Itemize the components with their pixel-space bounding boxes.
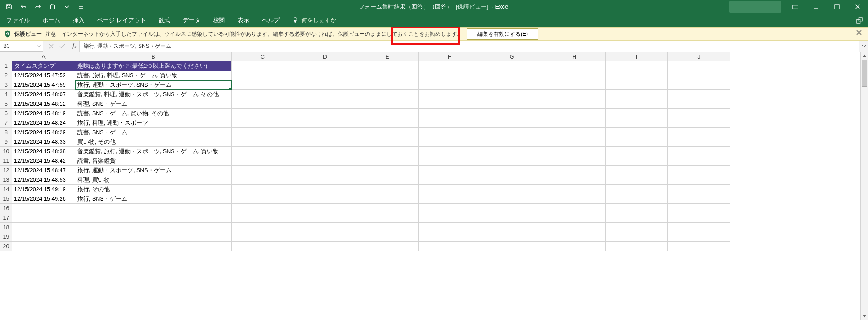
cell-D1[interactable] [294,61,356,71]
cell-B3[interactable]: 旅行, 運動・スポーツ, SNS・ゲーム [75,80,232,90]
cell-G14[interactable] [481,185,543,194]
cell-E5[interactable] [356,99,419,109]
row-header-4[interactable]: 4 [0,90,12,99]
cell-A14[interactable]: 12/15/2024 15:49:19 [12,185,75,194]
cell-G15[interactable] [481,194,543,204]
row-header-2[interactable]: 2 [0,71,12,80]
cell-H3[interactable] [543,80,606,90]
select-all-corner[interactable] [0,52,12,61]
cell-E2[interactable] [356,71,419,80]
cell-C19[interactable] [232,232,294,242]
cell-B8[interactable]: 読書, SNS・ゲーム [75,128,232,137]
column-header-D[interactable]: D [294,52,356,61]
tab-ホーム[interactable]: ホーム [36,14,66,27]
cell-C4[interactable] [232,90,294,99]
cell-E15[interactable] [356,194,419,204]
cell-C2[interactable] [232,71,294,80]
cell-G18[interactable] [481,223,543,232]
cell-D16[interactable] [294,204,356,213]
cell-C17[interactable] [232,213,294,223]
cell-F17[interactable] [419,213,481,223]
cell-C1[interactable] [232,61,294,71]
maximize-icon[interactable] [826,0,847,14]
row-header-17[interactable]: 17 [0,213,12,223]
name-box[interactable]: B3 [0,41,43,52]
cell-D19[interactable] [294,232,356,242]
cell-D17[interactable] [294,213,356,223]
tab-校閲[interactable]: 校閲 [207,14,231,27]
cell-J3[interactable] [668,80,730,90]
cell-F11[interactable] [419,156,481,166]
column-header-F[interactable]: F [419,52,481,61]
chevron-down-icon[interactable] [36,42,42,50]
cell-B15[interactable]: 旅行, SNS・ゲーム [75,194,232,204]
cell-I10[interactable] [606,147,668,156]
cell-I17[interactable] [606,213,668,223]
cell-I11[interactable] [606,156,668,166]
cell-G12[interactable] [481,166,543,175]
cell-D15[interactable] [294,194,356,204]
cell-J7[interactable] [668,118,730,128]
cell-D8[interactable] [294,128,356,137]
cell-F20[interactable] [419,242,481,251]
cell-E7[interactable] [356,118,419,128]
cell-C11[interactable] [232,156,294,166]
cell-H9[interactable] [543,137,606,147]
cell-E1[interactable] [356,61,419,71]
cell-D20[interactable] [294,242,356,251]
cell-D5[interactable] [294,99,356,109]
column-header-A[interactable]: A [12,52,75,61]
cell-B1[interactable]: 趣味はありますか？(最低2つ以上選んでください) [75,61,232,71]
cell-H16[interactable] [543,204,606,213]
cell-B5[interactable]: 料理, SNS・ゲーム [75,99,232,109]
row-header-7[interactable]: 7 [0,118,12,128]
cell-E6[interactable] [356,109,419,118]
cell-F16[interactable] [419,204,481,213]
cell-H18[interactable] [543,223,606,232]
cell-E11[interactable] [356,156,419,166]
cell-A1[interactable]: タイムスタンプ [12,61,75,71]
row-header-1[interactable]: 1 [0,61,12,71]
scroll-up-icon[interactable] [861,52,868,60]
row-header-19[interactable]: 19 [0,232,12,242]
cell-E19[interactable] [356,232,419,242]
cell-F13[interactable] [419,175,481,185]
cell-F12[interactable] [419,166,481,175]
cell-A4[interactable]: 12/15/2024 15:48:07 [12,90,75,99]
cell-J9[interactable] [668,137,730,147]
cell-I3[interactable] [606,80,668,90]
cell-C3[interactable] [232,80,294,90]
cell-D14[interactable] [294,185,356,194]
cell-B14[interactable]: 旅行, その他 [75,185,232,194]
cell-G1[interactable] [481,61,543,71]
cell-C15[interactable] [232,194,294,204]
cell-A9[interactable]: 12/15/2024 15:48:33 [12,137,75,147]
protected-view-close-icon[interactable] [856,30,864,38]
cell-J2[interactable] [668,71,730,80]
cell-B6[interactable]: 読書, SNS・ゲーム, 買い物, その他 [75,109,232,118]
cell-J6[interactable] [668,109,730,118]
cell-F18[interactable] [419,223,481,232]
fx-label[interactable]: fx [70,41,79,52]
column-header-J[interactable]: J [668,52,730,61]
cell-H15[interactable] [543,194,606,204]
cell-C20[interactable] [232,242,294,251]
minimize-icon[interactable] [806,0,826,14]
cell-E18[interactable] [356,223,419,232]
scroll-track[interactable] [861,60,868,312]
cell-J5[interactable] [668,99,730,109]
cell-J17[interactable] [668,213,730,223]
cell-G17[interactable] [481,213,543,223]
cell-G2[interactable] [481,71,543,80]
column-header-I[interactable]: I [606,52,668,61]
cell-A11[interactable]: 12/15/2024 15:48:42 [12,156,75,166]
row-header-5[interactable]: 5 [0,99,12,109]
cell-I8[interactable] [606,128,668,137]
cell-A13[interactable]: 12/15/2024 15:48:53 [12,175,75,185]
cell-B10[interactable]: 音楽鑑賞, 旅行, 運動・スポーツ, SNS・ゲーム, 買い物 [75,147,232,156]
row-header-9[interactable]: 9 [0,137,12,147]
tab-ヘルプ[interactable]: ヘルプ [256,14,286,27]
cell-B20[interactable] [75,242,232,251]
cell-E9[interactable] [356,137,419,147]
cell-F9[interactable] [419,137,481,147]
